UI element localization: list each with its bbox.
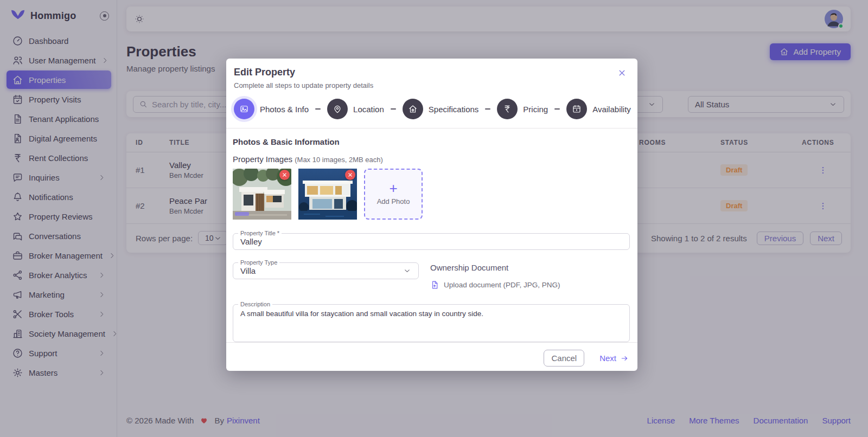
chevron-down-icon (403, 267, 411, 275)
property-photo-2 (298, 169, 357, 220)
stepper-step-pricing[interactable]: Pricing (497, 99, 548, 119)
upload-document-button[interactable]: Upload document (PDF, JPG, PNG) (430, 280, 560, 290)
delete-photo-icon[interactable] (345, 170, 355, 180)
home-cog-icon (403, 99, 423, 119)
modal-stepper: Photos & InfoLocationSpecificationsPrici… (226, 89, 637, 128)
property-images-label: Property Images (233, 155, 292, 164)
next-button[interactable]: Next (599, 354, 629, 363)
property-photo-1 (233, 169, 291, 220)
close-icon[interactable] (617, 68, 627, 78)
stepper-step-location[interactable]: Location (327, 99, 384, 119)
arrow-right-icon (620, 354, 629, 363)
pin-icon (327, 99, 348, 119)
plus-icon: + (389, 183, 397, 194)
description-field[interactable]: Description A small beautiful villa for … (233, 304, 630, 342)
description-label: Description (238, 301, 272, 307)
stepper-connector (485, 108, 490, 110)
stepper-connector (315, 108, 321, 110)
images-hint: (Max 10 images, 2MB each) (295, 156, 383, 164)
property-title-label: Property Title * (238, 230, 282, 236)
stepper-step-specifications[interactable]: Specifications (403, 99, 479, 119)
cancel-button[interactable]: Cancel (544, 350, 584, 367)
stepper-connector (391, 108, 396, 110)
rupee-icon (497, 99, 518, 119)
calendar-icon (566, 99, 587, 119)
modal-title: Edit Property (234, 67, 629, 78)
property-type-select[interactable]: Property Type Villa (233, 262, 419, 279)
property-title-input[interactable] (240, 237, 622, 246)
edit-property-modal: Edit Property Complete all steps to upda… (226, 59, 637, 371)
ownership-document-label: Ownership Document (430, 263, 560, 272)
section-title: Photos & Basic Information (233, 137, 630, 146)
stepper-connector (554, 108, 560, 110)
image-icon (234, 99, 254, 119)
delete-photo-icon[interactable] (279, 170, 290, 180)
add-photo-button[interactable]: + Add Photo (364, 169, 423, 220)
stepper-step-availability[interactable]: Availability (566, 99, 631, 119)
property-title-field-wrap: Property Title * (233, 233, 630, 250)
stepper-step-photos-info[interactable]: Photos & Info (234, 99, 309, 119)
file-upload-icon (430, 280, 439, 290)
property-type-label: Property Type (238, 259, 279, 266)
modal-subtitle: Complete all steps to update property de… (234, 81, 629, 89)
